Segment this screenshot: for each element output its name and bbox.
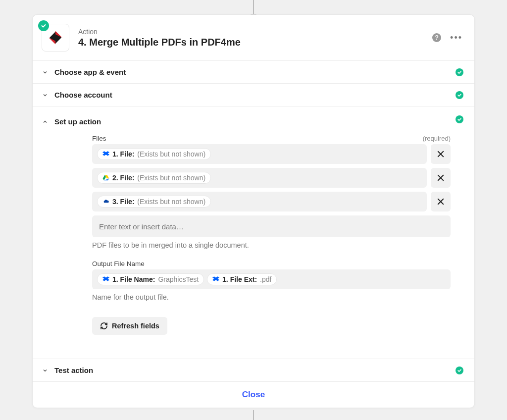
pill-value: .pdf: [260, 275, 271, 283]
status-complete-icon: [456, 91, 463, 99]
section-choose-app[interactable]: Choose app & event: [33, 60, 474, 83]
chevron-down-icon: [42, 92, 49, 98]
output-label: Output File Name: [92, 260, 145, 267]
pdf4me-logo-icon: [47, 29, 64, 46]
status-check-icon: [38, 20, 49, 31]
file-input[interactable]: 3. File: (Exists but not shown): [92, 192, 427, 211]
required-label: (required): [423, 135, 451, 142]
section-choose-account[interactable]: Choose account: [33, 83, 474, 106]
section-test-action[interactable]: Test action: [33, 359, 474, 381]
pill-value: (Exists but not shown): [137, 174, 205, 182]
section-setup-header[interactable]: Set up action: [42, 117, 451, 126]
dropbox-icon: [212, 276, 219, 283]
pill-label: 1. File Ext:: [222, 275, 257, 283]
file-row: 3. File: (Exists but not shown): [92, 192, 451, 211]
refresh-icon: [100, 322, 108, 330]
dropbox-icon: [102, 151, 109, 158]
file-row: 1. File: (Exists but not shown): [92, 144, 451, 164]
pill-value: GraphicsTest: [158, 275, 199, 283]
remove-file-button[interactable]: [431, 168, 451, 188]
pill-label: 3. File:: [112, 198, 134, 206]
section-title: Choose account: [54, 91, 112, 99]
status-complete-icon: [456, 367, 463, 374]
file-row-empty: [92, 215, 451, 237]
pill-value: (Exists but not shown): [137, 198, 205, 206]
file-input[interactable]: 2. File: (Exists but not shown): [92, 168, 427, 188]
close-button[interactable]: Close: [242, 390, 265, 399]
files-label: Files: [92, 135, 106, 142]
files-helper: PDF files to be in merged into a single …: [92, 241, 451, 249]
card-header: Action 4. Merge Multiple PDFs in PDF4me …: [33, 15, 474, 60]
card-footer: Close: [33, 381, 474, 408]
data-pill[interactable]: 1. File Ext: .pdf: [207, 273, 277, 285]
pill-label: 1. File:: [112, 150, 134, 158]
remove-file-button[interactable]: [431, 144, 451, 164]
dropbox-icon: [102, 276, 109, 283]
status-complete-icon: [456, 115, 463, 123]
chevron-up-icon: [42, 119, 49, 125]
file-input[interactable]: 1. File: (Exists but not shown): [92, 144, 427, 164]
data-pill[interactable]: 3. File: (Exists but not shown): [97, 196, 211, 208]
onedrive-icon: [102, 198, 109, 205]
remove-file-button[interactable]: [431, 192, 451, 211]
data-pill[interactable]: 1. File Name: GraphicsTest: [97, 273, 204, 285]
refresh-fields-button[interactable]: Refresh fields: [92, 317, 167, 335]
file-add-input[interactable]: [92, 215, 451, 237]
status-complete-icon: [456, 68, 463, 76]
file-row: 2. File: (Exists but not shown): [92, 168, 451, 188]
section-title: Test action: [54, 366, 93, 374]
section-setup-action: Set up action Files (required) 1. File: …: [33, 106, 474, 359]
data-pill[interactable]: 1. File: (Exists but not shown): [97, 148, 211, 160]
chevron-down-icon: [42, 368, 49, 373]
action-card: Action 4. Merge Multiple PDFs in PDF4me …: [32, 14, 475, 408]
output-input[interactable]: 1. File Name: GraphicsTest 1. File Ext: …: [92, 269, 451, 289]
help-icon[interactable]: ?: [432, 33, 441, 42]
header-title: 4. Merge Multiple PDFs in PDF4me: [78, 37, 432, 48]
pill-label: 1. File Name:: [112, 275, 155, 283]
output-helper: Name for the output file.: [92, 293, 451, 301]
output-row: 1. File Name: GraphicsTest 1. File Ext: …: [92, 269, 451, 289]
flow-arrow-top: [253, 0, 254, 15]
chevron-down-icon: [42, 69, 49, 75]
refresh-label: Refresh fields: [112, 322, 159, 330]
google-drive-icon: [102, 174, 109, 181]
flow-arrow-bottom: [253, 410, 254, 420]
pill-value: (Exists but not shown): [137, 150, 205, 158]
section-title: Set up action: [54, 117, 101, 126]
more-menu-icon[interactable]: •••: [450, 33, 462, 42]
section-title: Choose app & event: [54, 68, 126, 76]
data-pill[interactable]: 2. File: (Exists but not shown): [97, 172, 211, 184]
app-logo: [42, 24, 69, 52]
pill-label: 2. File:: [112, 174, 134, 182]
header-kicker: Action: [78, 28, 432, 36]
